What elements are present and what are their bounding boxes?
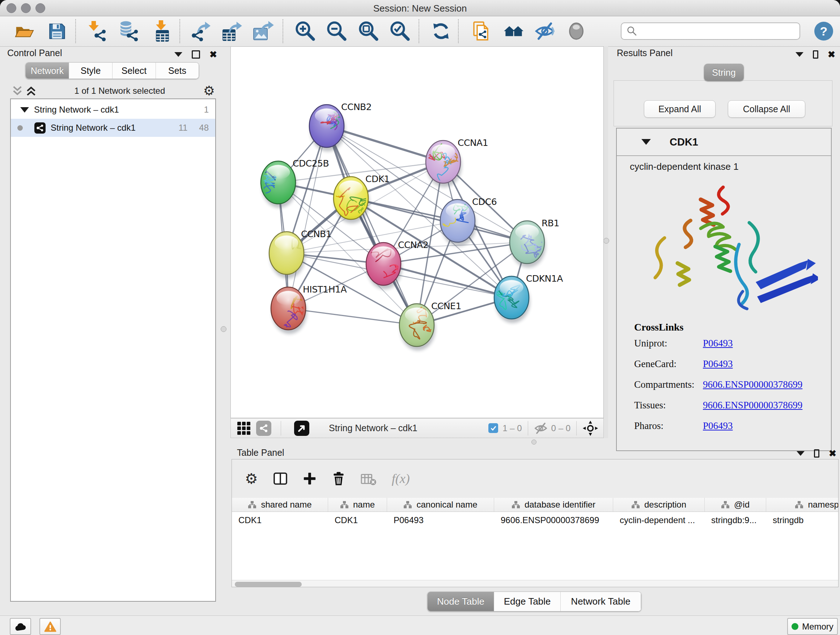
expand-all-icon[interactable] (26, 86, 36, 96)
search-input[interactable] (638, 26, 791, 36)
network-row-selected[interactable]: String Network – cdk1 11 48 (11, 119, 215, 137)
memory-button[interactable]: Memory (787, 618, 838, 635)
zoom-out-icon[interactable] (325, 20, 348, 42)
column-header[interactable]: name (328, 498, 387, 511)
table-row[interactable]: CDK1 CDK1 P06493 9606.ENSP00000378699 cy… (232, 512, 838, 529)
share-document-icon[interactable] (470, 20, 493, 42)
cloud-status-button[interactable] (10, 618, 31, 635)
network-share-view-icon[interactable] (256, 421, 271, 436)
export-network-icon[interactable] (190, 20, 212, 42)
tab-select[interactable]: Select (112, 63, 156, 79)
collapse-all-icon[interactable] (12, 86, 22, 96)
crosslink-row: GeneCard:P06493 (634, 354, 831, 374)
panel-menu-icon[interactable] (174, 52, 182, 57)
column-header[interactable]: database identifier (494, 498, 613, 511)
cell-name[interactable]: CDK1 (328, 515, 387, 525)
network-node-hist1h1a[interactable]: HIST1H1A (271, 284, 347, 334)
network-node-ccne1[interactable]: CCNE1 (399, 298, 461, 350)
selected-checkbox-icon[interactable] (488, 423, 498, 433)
crosslink-link[interactable]: P06493 (703, 338, 733, 349)
save-session-icon[interactable] (46, 20, 68, 42)
memory-label: Memory (802, 622, 834, 632)
grid-view-icon[interactable] (237, 421, 251, 435)
tab-network-table[interactable]: Network Table (561, 592, 641, 611)
scrollbar-thumb[interactable] (235, 582, 302, 587)
tab-network[interactable]: Network (26, 63, 69, 79)
cell-id[interactable]: stringdb:9... (705, 515, 766, 525)
network-node-ccnb1[interactable]: CCNB1 (269, 229, 332, 279)
panel-float-icon[interactable] (813, 50, 818, 59)
network-node-ccnb2[interactable]: CCNB2 (309, 102, 371, 151)
crosslink-link[interactable]: P06493 (703, 358, 733, 370)
network-node-cdkn1a[interactable]: CDKN1A (494, 273, 563, 323)
import-table-from-file-icon[interactable] (151, 20, 174, 42)
delete-column-trash-icon[interactable] (332, 471, 346, 486)
crosslink-link[interactable]: 9606.ENSP00000378699 (703, 379, 802, 390)
import-network-from-file-icon[interactable] (86, 20, 109, 42)
import-network-from-database-icon[interactable] (118, 20, 140, 42)
network-options-gear-icon[interactable]: ⚙ (203, 84, 215, 97)
refresh-layout-icon[interactable] (430, 20, 452, 42)
network-node-cdc25b[interactable]: CDC25B (251, 158, 329, 208)
protein-card-header[interactable]: CDK1 (617, 128, 831, 156)
panel-close-icon[interactable]: ✖ (829, 449, 836, 458)
tab-edge-table[interactable]: Edge Table (494, 592, 561, 611)
column-header[interactable]: shared name (232, 498, 328, 511)
birds-eye-view-icon[interactable] (294, 421, 309, 436)
tab-sets[interactable]: Sets (156, 63, 199, 79)
cell-namespace[interactable]: stringdb (766, 515, 838, 525)
help-button[interactable]: ? (814, 22, 833, 41)
tab-style[interactable]: Style (69, 63, 112, 79)
tab-node-table[interactable]: Node Table (428, 592, 494, 611)
column-header[interactable]: description (613, 498, 705, 511)
right-splitter-handle[interactable] (603, 238, 609, 244)
left-splitter-handle[interactable] (221, 326, 226, 332)
horizontal-scrollbar[interactable] (232, 580, 838, 587)
table-panel-title: Table Panel (237, 448, 284, 458)
column-header[interactable]: @id (705, 498, 766, 511)
zoom-in-icon[interactable] (294, 20, 317, 42)
cell-canonical-name[interactable]: P06493 (387, 515, 494, 525)
export-table-icon[interactable] (221, 20, 243, 42)
network-view-canvas[interactable]: CCNB2CCNA1CDC25BCDK1CDC6RB1CCNB1CCNA2CDK… (231, 46, 604, 418)
column-type-icon (721, 501, 729, 509)
crosslink-link[interactable]: P06493 (703, 420, 733, 432)
network-node-ccna1[interactable]: CCNA1 (424, 138, 488, 187)
tab-string[interactable]: String (704, 64, 744, 81)
network-node-ccna2[interactable]: CCNA2 (366, 240, 428, 289)
warnings-button[interactable] (39, 618, 61, 635)
cell-shared-name[interactable]: CDK1 (232, 515, 328, 525)
panel-float-icon[interactable] (814, 449, 819, 458)
disclosure-triangle-icon[interactable] (641, 139, 651, 145)
cell-description[interactable]: cyclin-dependent ... (613, 515, 705, 525)
zoom-selected-icon[interactable] (389, 20, 411, 42)
show-columns-icon[interactable] (273, 471, 287, 486)
table-options-gear-icon[interactable]: ⚙ (245, 471, 258, 486)
create-column-plus-icon[interactable] (303, 472, 317, 486)
network-collection-row[interactable]: String Network – cdk1 1 (11, 101, 215, 119)
network-node-rb1[interactable]: RB1 (510, 218, 559, 268)
fit-selected-crosshair-icon[interactable] (583, 420, 598, 436)
expand-all-button[interactable]: Expand All (644, 100, 715, 118)
export-image-icon[interactable] (252, 20, 274, 42)
function-builder-icon: f(x) (392, 471, 410, 486)
panel-menu-icon[interactable] (796, 52, 804, 57)
crosslink-link[interactable]: 9606.ENSP00000378699 (703, 400, 802, 411)
disclosure-triangle-icon[interactable] (20, 107, 29, 112)
open-session-icon[interactable] (13, 20, 35, 42)
panel-float-icon[interactable] (192, 50, 200, 59)
collapse-all-button[interactable]: Collapse All (728, 100, 805, 118)
hide-show-icon[interactable] (534, 20, 556, 42)
column-header[interactable]: canonical name (387, 498, 494, 511)
panel-close-icon[interactable]: ✖ (828, 50, 835, 59)
network-selected-count: 1 of 1 Network selected (36, 86, 203, 96)
zoom-fit-icon[interactable] (357, 20, 380, 42)
bottom-splitter-handle[interactable] (531, 440, 537, 445)
column-header[interactable]: namespace (766, 498, 838, 511)
network-node-cdc6[interactable]: CDC6 (440, 196, 497, 246)
panel-menu-icon[interactable] (797, 451, 805, 456)
home-pages-icon[interactable] (502, 20, 524, 42)
network-view-title: String Network – cdk1 (329, 423, 417, 433)
cell-database-identifier[interactable]: 9606.ENSP00000378699 (494, 515, 613, 525)
panel-close-icon[interactable]: ✖ (210, 50, 217, 59)
